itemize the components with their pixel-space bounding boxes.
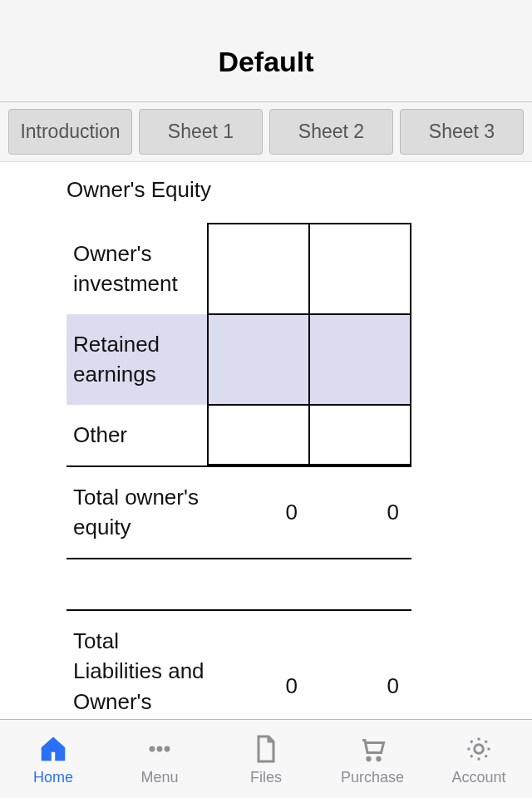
total-value-1: 0	[208, 673, 309, 699]
total-value-2: 0	[309, 673, 411, 699]
cell[interactable]	[208, 405, 309, 465]
cell[interactable]	[309, 405, 411, 465]
cell[interactable]	[309, 224, 411, 314]
total-owners-equity: Total owner's equity 0 0	[66, 466, 411, 559]
svg-point-5	[475, 744, 484, 753]
tabbar-home[interactable]: Home	[0, 720, 106, 798]
header: Default	[0, 0, 532, 102]
gear-icon	[462, 732, 495, 766]
sheet-content: Owner's Equity Owner's investment Retain…	[0, 162, 532, 719]
section-title: Owner's Equity	[66, 177, 532, 203]
cell[interactable]	[208, 224, 309, 314]
tab-sheet-1[interactable]: Sheet 1	[139, 109, 263, 155]
cell[interactable]	[208, 314, 309, 405]
tabbar-label: Purchase	[341, 769, 404, 786]
page-title: Default	[218, 46, 313, 78]
tab-introduction[interactable]: Introduction	[8, 109, 132, 155]
total-liabilities-equity: Total Liabilities and Owner's Equity 0 0	[66, 609, 411, 719]
tab-sheet-2[interactable]: Sheet 2	[269, 109, 393, 155]
home-icon	[37, 732, 70, 766]
cart-icon	[356, 732, 389, 766]
row-label: Retained earnings	[66, 314, 208, 405]
bottom-tabbar: Home Menu Files Purchase	[0, 719, 532, 798]
row-label: Owner's investment	[66, 224, 208, 314]
table-row: Other	[66, 405, 411, 465]
tabbar-account[interactable]: Account	[426, 720, 532, 798]
total-value-2: 0	[309, 500, 411, 525]
svg-point-4	[377, 756, 381, 761]
svg-point-0	[150, 746, 154, 751]
row-label: Other	[66, 405, 208, 465]
table-row: Retained earnings	[66, 314, 411, 405]
file-icon	[249, 732, 283, 766]
spacer	[66, 559, 532, 609]
tabbar-label: Files	[250, 769, 282, 786]
svg-point-2	[165, 746, 169, 751]
tabbar-purchase[interactable]: Purchase	[319, 720, 426, 798]
equity-table: Owner's investment Retained earnings Oth…	[66, 223, 411, 466]
total-label: Total owner's equity	[66, 482, 208, 543]
total-value-1: 0	[208, 500, 309, 525]
tabbar-menu[interactable]: Menu	[106, 720, 213, 798]
tab-sheet-3[interactable]: Sheet 3	[400, 109, 524, 155]
menu-icon	[143, 732, 176, 766]
sheet-tabs: Introduction Sheet 1 Sheet 2 Sheet 3	[0, 102, 532, 162]
tabbar-label: Menu	[140, 769, 178, 786]
cell[interactable]	[309, 314, 411, 405]
tabbar-files[interactable]: Files	[213, 720, 319, 798]
tabbar-label: Account	[451, 769, 505, 786]
tabbar-label: Home	[33, 769, 73, 786]
svg-point-3	[367, 756, 371, 761]
total-label: Total Liabilities and Owner's Equity	[66, 626, 208, 719]
svg-point-1	[157, 746, 161, 751]
table-row: Owner's investment	[66, 224, 411, 314]
